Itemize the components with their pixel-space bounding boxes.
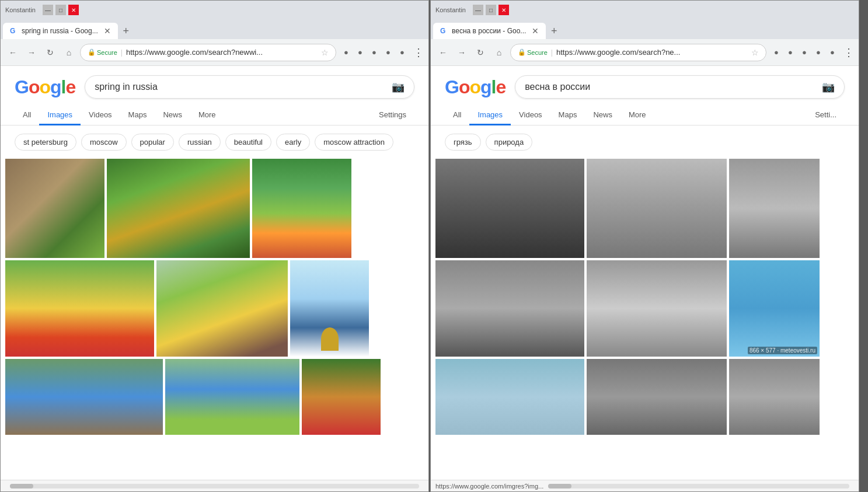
chrome-menu-button[interactable]: ⋮ [413, 46, 424, 59]
right-forward-button[interactable]: → [454, 45, 469, 60]
right-refresh-button[interactable]: ↻ [473, 45, 488, 60]
left-address-bar: ← → ↻ ⌂ 🔒 Secure | https://www.google.co… [1, 39, 428, 66]
right-search-bar[interactable]: весна в россии 📷 [515, 75, 845, 99]
right-new-tab-button[interactable]: + [546, 23, 562, 39]
chip-beautiful[interactable]: beautiful [225, 134, 271, 151]
left-image-8[interactable] [165, 359, 299, 435]
chip-popular[interactable]: popular [131, 134, 174, 151]
left-image-9[interactable] [302, 359, 381, 435]
right-tab-maps[interactable]: Maps [550, 106, 585, 125]
tab-settings[interactable]: Settings [371, 106, 414, 125]
tab-maps[interactable]: Maps [120, 106, 155, 125]
left-window-controls[interactable]: — □ ✕ [43, 5, 79, 15]
right-minimize-button[interactable]: — [473, 5, 483, 15]
home-button[interactable]: ⌂ [61, 45, 76, 60]
extension-icon-1[interactable]: ● [340, 46, 353, 59]
right-ext-5[interactable]: ● [826, 46, 839, 59]
extension-icon-5[interactable]: ● [396, 46, 409, 59]
right-image-3[interactable] [729, 159, 820, 258]
right-window-controls[interactable]: — □ ✕ [473, 5, 509, 15]
right-ext-4[interactable]: ● [812, 46, 825, 59]
extension-icon-3[interactable]: ● [368, 46, 381, 59]
right-tab-news[interactable]: News [585, 106, 621, 125]
right-ext-1[interactable]: ● [770, 46, 783, 59]
right-logo-g: G [445, 76, 459, 97]
right-h-scrollbar[interactable] [548, 484, 849, 488]
forward-button[interactable]: → [24, 45, 39, 60]
chip-early[interactable]: early [276, 134, 310, 151]
minimize-button[interactable]: — [43, 5, 53, 15]
right-image-2[interactable] [587, 159, 727, 258]
left-image-3[interactable] [252, 159, 351, 258]
url-text: https://www.google.com/search?newwi... [126, 48, 263, 57]
chip-russian[interactable]: russian [179, 134, 221, 151]
left-image-2[interactable] [107, 159, 250, 258]
right-ext-2[interactable]: ● [784, 46, 797, 59]
right-chrome-menu-button[interactable]: ⋮ [843, 46, 854, 59]
right-image-7[interactable] [435, 359, 584, 435]
right-close-button[interactable]: ✕ [499, 5, 509, 15]
right-tab-more[interactable]: More [621, 106, 654, 125]
right-status-bar: https://www.google.com/imgres?img... [431, 480, 859, 491]
tab-all[interactable]: All [15, 106, 39, 125]
bookmark-icon[interactable]: ☆ [321, 48, 329, 57]
left-h-scrollbar[interactable] [10, 484, 419, 488]
right-image-8[interactable] [587, 359, 727, 435]
chip-moscow-attraction[interactable]: moscow attraction [315, 134, 393, 151]
left-image-1[interactable] [5, 159, 104, 258]
right-title-bar: Konstantin — □ ✕ [431, 1, 859, 19]
right-home-button[interactable]: ⌂ [491, 45, 507, 60]
chip-moscow[interactable]: moscow [81, 134, 127, 151]
left-image-6[interactable] [290, 260, 369, 357]
extension-icon-2[interactable]: ● [354, 46, 367, 59]
left-nav-tabs: All Images Videos Maps News More Setting… [1, 101, 428, 125]
right-url-text: https://www.google.com/search?ne... [556, 48, 680, 57]
refresh-button[interactable]: ↻ [43, 45, 58, 60]
right-active-tab[interactable]: G весна в россии - Goo... ✕ [433, 23, 546, 39]
right-tab-images[interactable]: Images [469, 106, 511, 125]
right-image-9[interactable] [729, 359, 820, 435]
right-image-4[interactable] [435, 260, 584, 357]
right-image-5[interactable] [587, 260, 727, 357]
right-bookmark-icon[interactable]: ☆ [751, 48, 759, 57]
maximize-button[interactable]: □ [55, 5, 66, 15]
chip-gryaz[interactable]: грязь [445, 134, 481, 151]
left-scroll-thumb [10, 484, 33, 488]
camera-search-icon[interactable]: 📷 [392, 81, 405, 93]
search-bar[interactable]: spring in russia 📷 [85, 75, 414, 99]
tab-videos[interactable]: Videos [81, 106, 120, 125]
chip-priroda[interactable]: природа [486, 134, 533, 151]
right-image-1[interactable] [435, 159, 584, 258]
new-tab-button[interactable]: + [118, 23, 134, 39]
left-active-tab[interactable]: G spring in russia - Goog... ✕ [3, 23, 118, 39]
right-tab-all[interactable]: All [445, 106, 469, 125]
right-logo-o1: o [459, 76, 470, 97]
logo-o1: o [29, 76, 40, 97]
left-image-4[interactable] [5, 260, 154, 357]
tab-title: spring in russia - Goog... [22, 27, 98, 35]
right-tab-videos[interactable]: Videos [511, 106, 550, 125]
url-divider: | [121, 48, 123, 57]
right-ext-3[interactable]: ● [798, 46, 811, 59]
back-button[interactable]: ← [5, 45, 20, 60]
right-back-button[interactable]: ← [435, 45, 451, 60]
url-bar[interactable]: 🔒 Secure | https://www.google.com/search… [80, 44, 336, 61]
left-user-label: Konstantin [5, 6, 36, 13]
right-scroll-thumb [548, 484, 571, 488]
left-page-content: Google spring in russia 📷 All Images Vid… [1, 66, 428, 491]
right-maximize-button[interactable]: □ [486, 5, 496, 15]
close-button[interactable]: ✕ [68, 5, 79, 15]
left-image-5[interactable] [156, 260, 288, 357]
right-image-6[interactable]: 866 × 577 · meteovesti.ru [729, 260, 820, 357]
right-tab-settings[interactable]: Setti... [807, 106, 845, 125]
tab-images[interactable]: Images [39, 106, 81, 125]
right-camera-search-icon[interactable]: 📷 [822, 81, 835, 93]
left-image-7[interactable] [5, 359, 163, 435]
chip-st-petersburg[interactable]: st petersburg [15, 134, 76, 151]
extension-icon-4[interactable]: ● [382, 46, 395, 59]
tab-news[interactable]: News [155, 106, 190, 125]
tab-close-icon[interactable]: ✕ [104, 26, 111, 36]
right-url-bar[interactable]: 🔒 Secure | https://www.google.com/search… [510, 44, 766, 61]
right-tab-close-icon[interactable]: ✕ [532, 26, 539, 36]
tab-more[interactable]: More [190, 106, 224, 125]
